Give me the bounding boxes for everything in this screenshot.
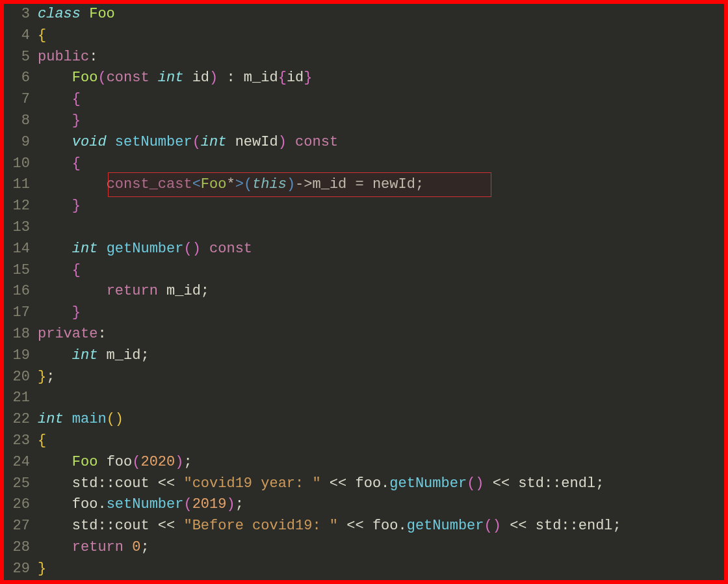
code-token: const xyxy=(209,241,252,257)
code-line[interactable]: int main() xyxy=(38,409,724,431)
code-token xyxy=(38,454,72,470)
code-token xyxy=(38,113,72,129)
code-line[interactable]: { xyxy=(38,153,724,175)
line-number: 26 xyxy=(4,494,30,516)
code-token xyxy=(38,241,72,257)
line-number: 15 xyxy=(4,260,30,282)
code-line[interactable] xyxy=(38,217,724,239)
line-number: 10 xyxy=(4,153,30,175)
code-line[interactable]: const_cast<Foo*>(this)->m_id = newId; xyxy=(38,174,724,196)
code-token: ( xyxy=(183,241,192,257)
code-token: int xyxy=(158,70,184,86)
code-token: { xyxy=(72,155,81,172)
line-number: 12 xyxy=(4,196,30,217)
code-token: ) xyxy=(209,70,218,86)
code-line[interactable]: { xyxy=(38,89,724,111)
code-line[interactable]: int getNumber() const xyxy=(38,239,724,260)
code-area[interactable]: class Foo{public: Foo(const int id) : m_… xyxy=(35,4,724,580)
code-token: << foo. xyxy=(321,475,390,492)
code-token: getNumber xyxy=(107,241,184,257)
code-token xyxy=(38,304,72,321)
code-token: return xyxy=(72,539,124,555)
code-line[interactable]: { xyxy=(38,25,724,47)
line-number: 19 xyxy=(4,345,30,367)
code-line[interactable]: return m_id; xyxy=(38,281,724,302)
line-number: 13 xyxy=(4,217,30,239)
code-line[interactable]: }; xyxy=(38,367,724,388)
code-line[interactable]: } xyxy=(38,111,724,132)
line-number: 7 xyxy=(4,89,30,111)
line-number: 14 xyxy=(4,239,30,260)
line-number-gutter: 3456789101112131415161718192021222324252… xyxy=(4,4,35,580)
code-token: private xyxy=(38,326,98,342)
code-token: } xyxy=(72,198,81,214)
code-token: newId xyxy=(226,134,278,150)
code-token: ; xyxy=(46,369,55,385)
code-token: ) xyxy=(287,176,295,192)
code-token: ( xyxy=(132,454,140,470)
code-token: ( xyxy=(107,411,115,427)
code-token xyxy=(38,176,107,192)
code-token: } xyxy=(72,113,81,129)
code-token xyxy=(201,241,209,257)
code-token: Foo xyxy=(201,176,227,192)
code-token xyxy=(124,539,132,555)
code-token: getNumber xyxy=(389,475,467,492)
code-line[interactable]: Foo foo(2020); xyxy=(38,452,724,473)
code-token: m_id; xyxy=(98,347,149,364)
line-number: 27 xyxy=(4,516,30,537)
code-token: ( xyxy=(98,70,106,86)
code-token: 2020 xyxy=(140,454,175,470)
code-line[interactable]: } xyxy=(38,196,724,217)
code-token: const_cast xyxy=(107,176,192,192)
line-number: 17 xyxy=(4,302,30,324)
code-token: { xyxy=(72,262,81,278)
code-token: : xyxy=(89,49,98,65)
code-line[interactable]: private: xyxy=(38,324,724,345)
code-line[interactable]: return 0; xyxy=(38,537,724,559)
code-token: const xyxy=(295,134,338,150)
line-number: 28 xyxy=(4,537,30,559)
code-line[interactable]: class Foo xyxy=(38,4,724,25)
code-token: 0 xyxy=(132,539,140,555)
code-line[interactable]: std::cout << "Before covid19: " << foo.g… xyxy=(38,516,724,537)
code-token: ( xyxy=(183,496,192,512)
code-line[interactable]: public: xyxy=(38,47,724,68)
code-line[interactable]: Foo(const int id) : m_id{id} xyxy=(38,68,724,89)
code-token xyxy=(81,6,89,22)
code-token: ) xyxy=(175,454,183,470)
code-token: int xyxy=(72,241,98,257)
code-line[interactable]: int m_id; xyxy=(38,345,724,367)
code-token: class xyxy=(38,6,81,22)
code-token xyxy=(64,411,72,427)
code-token: this xyxy=(252,176,287,192)
code-token: 2019 xyxy=(192,496,227,512)
code-token: > xyxy=(235,176,244,192)
code-token: ; xyxy=(140,539,149,555)
code-line[interactable]: void setNumber(int newId) const xyxy=(38,132,724,153)
code-token: ( xyxy=(467,475,475,492)
code-token: << std::endl; xyxy=(501,518,621,534)
code-token xyxy=(38,155,72,172)
code-token xyxy=(98,241,106,257)
code-token xyxy=(38,134,72,150)
code-token: return xyxy=(107,283,158,299)
code-line[interactable]: { xyxy=(38,260,724,282)
code-token: ) xyxy=(192,241,201,257)
code-token: setNumber xyxy=(115,134,192,150)
line-number: 8 xyxy=(4,111,30,132)
code-token: getNumber xyxy=(407,518,484,534)
code-token xyxy=(107,134,115,150)
code-token: int xyxy=(201,134,227,150)
code-line[interactable]: foo.setNumber(2019); xyxy=(38,494,724,516)
code-token: Foo xyxy=(72,70,98,86)
code-token: } xyxy=(72,304,81,321)
code-line[interactable]: std::cout << "covid19 year: " << foo.get… xyxy=(38,473,724,495)
code-line[interactable]: } xyxy=(38,302,724,324)
code-line[interactable]: { xyxy=(38,431,724,452)
line-number: 24 xyxy=(4,452,30,473)
code-line[interactable] xyxy=(38,388,724,409)
code-line[interactable]: } xyxy=(38,559,724,580)
line-number: 22 xyxy=(4,409,30,431)
code-token: void xyxy=(72,134,107,150)
